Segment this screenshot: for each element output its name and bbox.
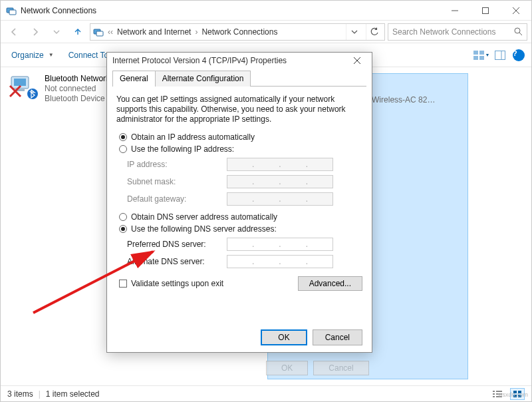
status-item-count: 3 items bbox=[7, 389, 33, 399]
svg-point-8 bbox=[515, 28, 520, 33]
tab-strip: General Alternate Configuration bbox=[112, 70, 366, 87]
radio-use-following-ip[interactable]: Use the following IP address: bbox=[119, 144, 362, 154]
ip-radio-group: Obtain an IP address automatically Use t… bbox=[119, 132, 362, 154]
preferred-dns-label: Preferred DNS server: bbox=[127, 240, 227, 249]
radio-label: Use the following IP address: bbox=[131, 144, 234, 154]
chevron-down-icon: ▼ bbox=[49, 52, 54, 58]
window-title: Network Connections bbox=[21, 6, 440, 15]
minimize-button[interactable] bbox=[440, 1, 470, 21]
svg-line-9 bbox=[519, 33, 522, 35]
default-gateway-label: Default gateway: bbox=[127, 194, 227, 204]
chevron-down-icon: ▼ bbox=[485, 53, 490, 57]
svg-rect-17 bbox=[14, 79, 26, 86]
radio-obtain-ip-auto[interactable]: Obtain an IP address automatically bbox=[119, 132, 362, 142]
search-icon bbox=[514, 27, 523, 36]
radio-label: Obtain DNS server address automatically bbox=[131, 212, 277, 222]
cancel-button[interactable]: Cancel bbox=[313, 329, 362, 345]
svg-rect-3 bbox=[483, 7, 489, 13]
status-selected-count: 1 item selected bbox=[46, 389, 100, 399]
radio-icon bbox=[119, 225, 127, 233]
radio-use-following-dns[interactable]: Use the following DNS server addresses: bbox=[119, 224, 362, 234]
status-bar: 3 items | 1 item selected bbox=[1, 385, 531, 401]
underlying-cancel-button: Cancel bbox=[313, 361, 368, 375]
forward-button[interactable] bbox=[26, 23, 45, 41]
dialog-close-button[interactable] bbox=[348, 54, 366, 67]
svg-rect-1 bbox=[9, 10, 16, 15]
back-button[interactable] bbox=[5, 23, 23, 41]
address-dropdown-icon[interactable] bbox=[346, 24, 362, 40]
network-icon bbox=[6, 5, 17, 16]
dialog-footer: OK Cancel bbox=[261, 329, 362, 345]
svg-rect-28 bbox=[493, 393, 495, 395]
tab-alternate-configuration[interactable]: Alternate Configuration bbox=[155, 71, 251, 87]
organize-button[interactable]: Organize▼ bbox=[5, 46, 61, 65]
ip-address-input: ... bbox=[227, 158, 333, 171]
subnet-mask-label: Subnet mask: bbox=[127, 177, 227, 186]
search-input[interactable]: Search Network Connections bbox=[388, 23, 527, 41]
radio-icon bbox=[119, 145, 127, 153]
preview-pane-icon[interactable] bbox=[491, 47, 509, 64]
validate-label: Validate settings upon exit bbox=[131, 279, 223, 288]
breadcrumb-network-internet[interactable]: Network and Internet bbox=[117, 27, 191, 37]
svg-rect-27 bbox=[493, 391, 495, 392]
radio-icon bbox=[119, 213, 127, 221]
ok-button[interactable]: OK bbox=[261, 329, 307, 345]
svg-rect-7 bbox=[96, 31, 103, 36]
svg-rect-11 bbox=[479, 51, 484, 55]
svg-rect-13 bbox=[479, 56, 484, 60]
alternate-dns-input[interactable]: ... bbox=[227, 255, 333, 268]
nav-row: ‹‹ Network and Internet › Network Connec… bbox=[1, 21, 531, 43]
default-gateway-input: ... bbox=[227, 192, 333, 206]
svg-rect-14 bbox=[495, 51, 505, 59]
network-icon bbox=[93, 27, 104, 37]
radio-label: Use the following DNS server addresses: bbox=[131, 224, 277, 234]
radio-label: Obtain an IP address automatically bbox=[131, 132, 255, 142]
validate-checkbox[interactable] bbox=[119, 280, 127, 288]
ip-address-label: IP address: bbox=[127, 160, 227, 169]
alternate-dns-label: Alternate DNS server: bbox=[127, 257, 227, 266]
chevron-right-icon: › bbox=[195, 27, 198, 37]
ip-settings-blurb: You can get IP settings assigned automat… bbox=[116, 95, 362, 124]
close-button[interactable] bbox=[501, 1, 531, 21]
dialog-title: Internet Protocol Version 4 (TCP/IPv4) P… bbox=[112, 56, 287, 65]
refresh-icon[interactable] bbox=[366, 24, 382, 40]
advanced-button[interactable]: Advanced... bbox=[298, 276, 362, 291]
ipv4-properties-dialog: Internet Protocol Version 4 (TCP/IPv4) P… bbox=[106, 52, 372, 353]
svg-rect-29 bbox=[493, 396, 495, 397]
view-options-icon[interactable]: ▼ bbox=[473, 47, 490, 64]
dialog-titlebar: Internet Protocol Version 4 (TCP/IPv4) P… bbox=[107, 53, 372, 69]
window-controls bbox=[440, 1, 531, 21]
breadcrumb-network-connections[interactable]: Network Connections bbox=[201, 27, 277, 37]
radio-icon bbox=[119, 133, 127, 141]
up-button[interactable] bbox=[68, 23, 87, 41]
underlying-ok-button: OK bbox=[266, 361, 308, 375]
radio-obtain-dns-auto[interactable]: Obtain DNS server address automatically bbox=[119, 212, 362, 222]
titlebar: Network Connections bbox=[1, 1, 531, 21]
svg-rect-12 bbox=[473, 56, 478, 60]
search-placeholder: Search Network Connections bbox=[392, 27, 495, 37]
validate-row: Validate settings upon exit Advanced... bbox=[119, 276, 362, 291]
tab-general[interactable]: General bbox=[112, 71, 156, 87]
maximize-button[interactable] bbox=[470, 1, 501, 21]
tab-body: You can get IP settings assigned automat… bbox=[107, 87, 372, 296]
dns-radio-group: Obtain DNS server address automatically … bbox=[119, 212, 362, 234]
dns-fields: Preferred DNS server:... Alternate DNS s… bbox=[127, 238, 362, 268]
recent-button[interactable] bbox=[47, 23, 66, 41]
underlying-dialog-buttons: OK Cancel bbox=[266, 361, 369, 375]
ip-fields: IP address:... Subnet mask:... Default g… bbox=[127, 158, 362, 206]
bluetooth-adapter-icon bbox=[9, 74, 41, 100]
svg-rect-10 bbox=[473, 51, 478, 55]
preferred-dns-input[interactable]: ... bbox=[227, 238, 333, 251]
subnet-mask-input: ... bbox=[227, 175, 333, 188]
help-icon[interactable]: ? bbox=[510, 47, 527, 64]
breadcrumb-separator-icon: ‹‹ bbox=[108, 27, 113, 37]
watermark: wsxdn.com bbox=[498, 391, 528, 398]
address-bar[interactable]: ‹‹ Network and Internet › Network Connec… bbox=[90, 23, 385, 41]
